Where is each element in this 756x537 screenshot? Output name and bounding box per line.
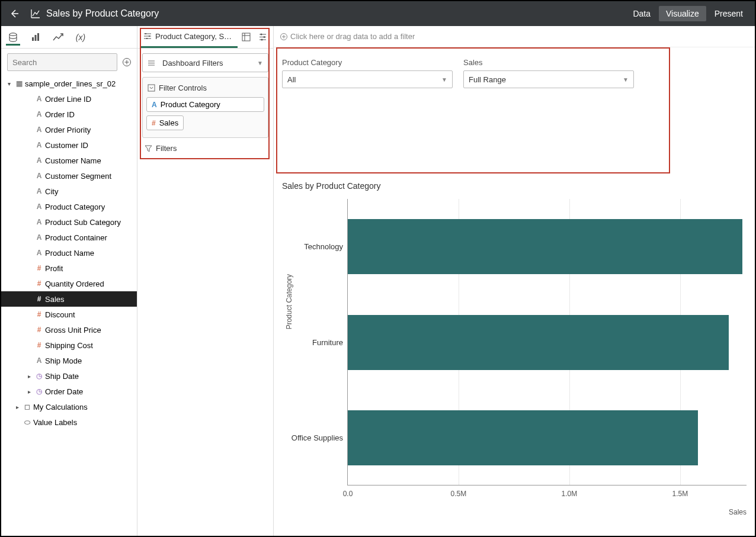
category-label: Technology	[304, 242, 348, 251]
field-gross-unit-price[interactable]: #Gross Unit Price	[1, 322, 137, 337]
svg-point-10	[263, 36, 265, 38]
value-labels-node[interactable]: ⬭ Value Labels	[1, 414, 137, 430]
x-tick: 1.0M	[562, 490, 578, 498]
tag-icon: ⬭	[21, 418, 33, 426]
text-field-icon: A	[33, 126, 45, 134]
field-profit[interactable]: #Profit	[1, 261, 137, 276]
svg-rect-3	[37, 33, 39, 41]
field-discount[interactable]: #Discount	[1, 307, 137, 322]
search-input[interactable]	[7, 53, 117, 71]
field-order-date[interactable]: ▸◷Order Date	[1, 384, 137, 399]
page-title: Sales by Product Category	[46, 8, 159, 19]
add-button[interactable]	[122, 56, 132, 68]
my-calculations-node[interactable]: ▸◻ My Calculations	[1, 399, 137, 414]
x-tick: 0.0	[343, 490, 353, 498]
chip-sales[interactable]: # Sales	[146, 115, 184, 130]
filters-label: Filters	[156, 144, 177, 153]
number-field-icon: #	[33, 279, 45, 288]
bar-chart-tab-icon[interactable]	[28, 30, 43, 44]
chart-bar[interactable]	[348, 315, 729, 370]
field-shipping-cost[interactable]: #Shipping Cost	[1, 337, 137, 353]
field-customer-id[interactable]: ACustomer ID	[1, 137, 137, 153]
chart-area: Sales by Product Category Product Catego…	[274, 172, 755, 536]
field-ship-mode[interactable]: AShip Mode	[1, 353, 137, 368]
svg-rect-12	[148, 85, 155, 91]
number-field-icon: #	[33, 341, 45, 349]
data-tab-icon[interactable]	[6, 31, 20, 46]
chart-plot: 0.00.5M1.0M1.5MTechnologyFurnitureOffice…	[347, 199, 747, 485]
settings-icon	[258, 33, 267, 41]
svg-point-0	[9, 33, 17, 35]
tab-data[interactable]: Data	[626, 6, 658, 21]
text-field-icon: A	[33, 95, 45, 103]
filter-controls-area: Product Category All▼ Sales Full Range▼	[274, 47, 755, 172]
field-quantity-ordered[interactable]: #Quantity Ordered	[1, 276, 137, 291]
field-customer-name[interactable]: ACustomer Name	[1, 153, 137, 168]
filter-controls-label: Filter Controls	[159, 83, 207, 92]
chart-bar[interactable]	[348, 219, 742, 274]
svg-rect-7	[146, 38, 148, 39]
tab-present[interactable]: Present	[707, 6, 750, 21]
field-product-container[interactable]: AProduct Container	[1, 230, 137, 245]
category-label: Office Supplies	[291, 433, 348, 442]
filter-controls-box: Filter Controls A Product Category # Sal…	[142, 77, 268, 138]
number-field-icon: #	[33, 310, 45, 319]
dashboard-filters-select[interactable]: Dashboard Filters ▼	[142, 53, 268, 72]
sales-filter-select[interactable]: Full Range▼	[463, 70, 634, 88]
chip-product-category[interactable]: A Product Category	[146, 97, 264, 112]
field-customer-segment[interactable]: ACustomer Segment	[1, 168, 137, 184]
filters-section[interactable]: Filters	[142, 138, 268, 155]
x-tick: 0.5M	[451, 490, 467, 498]
layout-tab-icon[interactable]	[238, 29, 254, 46]
database-icon	[8, 32, 18, 43]
number-field-icon: #	[152, 119, 156, 127]
field-product-name[interactable]: AProduct Name	[1, 245, 137, 261]
filters-tab-label: Product Category, S…	[155, 32, 232, 41]
svg-point-9	[260, 34, 262, 36]
svg-rect-5	[145, 33, 146, 34]
plus-circle-icon	[122, 57, 132, 67]
text-field-icon: A	[152, 101, 157, 109]
filter-drop-zone[interactable]: Click here or drag data to add a filter	[274, 26, 755, 47]
text-field-icon: A	[33, 187, 45, 195]
y-axis-label: Product Category	[285, 274, 293, 329]
number-field-icon: #	[33, 264, 45, 272]
x-axis-label: Sales	[729, 508, 747, 516]
grammar-panel: Product Category, S… Dashboard Filters ▼	[137, 26, 274, 536]
layout-icon	[242, 33, 251, 41]
trend-icon	[53, 33, 63, 41]
header-tabs: Data Visualize Present	[626, 6, 750, 21]
field-order-line-id[interactable]: AOrder Line ID	[1, 91, 137, 107]
plus-circle-small-icon	[280, 33, 288, 41]
variable-tab-icon[interactable]: (x)	[73, 30, 88, 44]
trend-tab-icon[interactable]	[51, 30, 65, 44]
text-field-icon: A	[33, 172, 45, 180]
product-category-filter-select[interactable]: All▼	[282, 70, 453, 88]
dropdown-icon	[148, 84, 155, 92]
dataset-node[interactable]: ▾▦ sample_order_lines_sr_02	[1, 76, 137, 91]
field-product-sub-category[interactable]: AProduct Sub Category	[1, 214, 137, 230]
svg-point-11	[261, 39, 262, 41]
text-field-icon: A	[33, 233, 45, 242]
tab-visualize[interactable]: Visualize	[659, 6, 706, 21]
sliders-icon	[143, 32, 152, 40]
number-field-icon: #	[33, 326, 45, 334]
field-order-id[interactable]: AOrder ID	[1, 107, 137, 122]
field-sales[interactable]: #Sales	[1, 291, 137, 307]
filters-tab[interactable]: Product Category, S…	[140, 26, 238, 48]
chart-bar[interactable]	[348, 410, 698, 465]
data-panel: (x) ▾▦ sample_order_lines_sr_02 AOrder L…	[1, 26, 137, 536]
field-ship-date[interactable]: ▸◷Ship Date	[1, 368, 137, 384]
category-label: Furniture	[312, 337, 348, 346]
field-product-category[interactable]: AProduct Category	[1, 199, 137, 214]
settings-tab-icon[interactable]	[254, 29, 271, 46]
sliders-small-icon	[148, 59, 155, 67]
x-tick: 1.5M	[672, 490, 688, 498]
bar-chart-icon	[31, 33, 40, 42]
field-city[interactable]: ACity	[1, 184, 137, 199]
field-order-priority[interactable]: AOrder Priority	[1, 122, 137, 137]
date-field-icon: ◷	[33, 372, 45, 380]
text-field-icon: A	[33, 141, 45, 149]
field-tree: ▾▦ sample_order_lines_sr_02 AOrder Line …	[1, 76, 137, 536]
back-button[interactable]	[6, 5, 23, 22]
